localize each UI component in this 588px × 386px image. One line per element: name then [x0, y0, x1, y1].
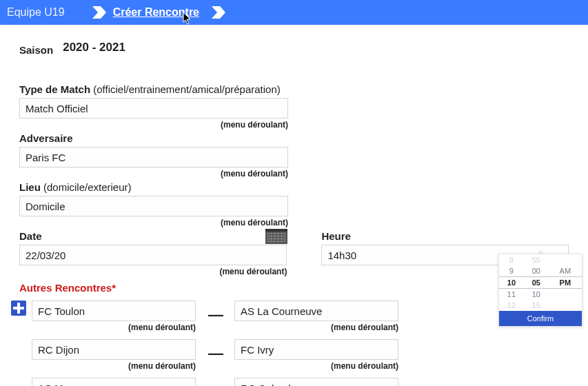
dropdown-note: (menu déroulant) — [19, 169, 288, 179]
breadcrumb: Equipe U19 Créer Rencontre — [0, 0, 588, 25]
svg-rect-2 — [13, 307, 24, 309]
venue-select[interactable]: Domicile — [19, 196, 288, 216]
away-team-select[interactable]: AS La Courneuve — [234, 301, 398, 321]
match-row: FC Toulon (menu déroulant) — AS La Courn… — [32, 298, 569, 332]
other-matches-title: Autres Rencontres* — [19, 282, 569, 294]
date-input[interactable]: 22/03/20 — [19, 245, 287, 265]
time-row[interactable]: 900AM — [499, 265, 582, 277]
home-team-select[interactable]: RC Dijon — [32, 339, 196, 360]
dropdown-note: (menu déroulant) — [19, 267, 287, 276]
season-label: Saison — [19, 44, 53, 56]
home-team-select[interactable]: FC Toulon — [32, 301, 196, 321]
time-row[interactable]: 1110 — [499, 289, 582, 301]
dropdown-note: (menu déroulant) — [32, 361, 196, 371]
time-row[interactable]: 855 — [499, 254, 582, 265]
time-picker[interactable]: 855 900AM 1005PM 1110 1215 Confirm — [498, 254, 582, 327]
away-team-select[interactable]: FC Ivry — [234, 339, 398, 360]
dropdown-note: (menu déroulant) — [234, 323, 398, 332]
date-label: Date — [19, 230, 287, 242]
breadcrumb-item-team[interactable]: Equipe U19 — [7, 6, 106, 19]
time-row-selected[interactable]: 1005PM — [499, 277, 582, 289]
confirm-button[interactable]: Confirm — [499, 311, 582, 326]
dropdown-note: (menu déroulant) — [234, 361, 398, 371]
dropdown-note: (menu déroulant) — [19, 120, 288, 130]
venue-label: Lieu (domicile/exterieur) — [19, 181, 288, 193]
breadcrumb-label: Equipe U19 — [7, 6, 65, 19]
dash-separator: — — [208, 383, 222, 386]
dropdown-note: (menu déroulant) — [19, 218, 288, 227]
season-value: 2020 - 2021 — [63, 41, 125, 54]
dash-separator: — — [208, 306, 222, 324]
cursor-icon — [183, 12, 192, 25]
time-picker-wheel[interactable]: 855 900AM 1005PM 1110 1215 — [499, 254, 582, 311]
match-type-label: Type de Match (officiel/entrainement/ami… — [19, 83, 288, 95]
match-row: RC Dijon (menu déroulant) — FC Ivry (men… — [32, 336, 569, 371]
dash-separator: — — [208, 345, 222, 363]
breadcrumb-item-create-match[interactable]: Créer Rencontre — [113, 6, 225, 19]
match-row: AS Monaco (menu déroulant) — RC Colombes… — [32, 375, 569, 386]
chevron-right-icon — [212, 6, 225, 19]
match-type-select[interactable]: Match Officiel — [19, 98, 288, 119]
popover-arrow-icon — [536, 250, 545, 254]
opponent-label: Adversaire — [19, 132, 288, 144]
time-row[interactable]: 1215 — [499, 300, 582, 311]
away-team-select[interactable]: RC Colombes — [234, 378, 398, 386]
time-label: Heure — [321, 230, 569, 242]
dropdown-note: (menu déroulant) — [32, 323, 196, 332]
plus-icon[interactable] — [11, 301, 26, 316]
home-team-select[interactable]: AS Monaco — [32, 378, 196, 386]
opponent-select[interactable]: Paris FC — [19, 147, 288, 167]
season-row: Saison 2020 - 2021 — [19, 39, 569, 56]
calendar-icon[interactable] — [265, 229, 287, 244]
chevron-right-icon — [92, 6, 106, 19]
